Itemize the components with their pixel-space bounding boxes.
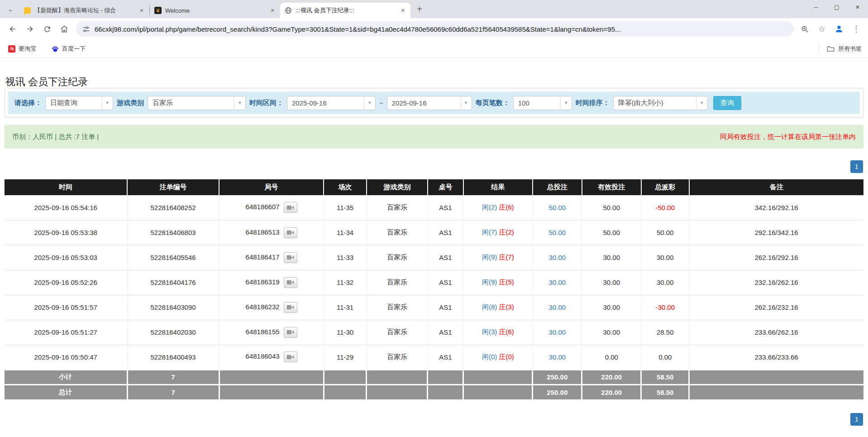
cell-session: 11-34 (324, 220, 367, 245)
tab-welcome[interactable]: ♛ Welcome ✕ (150, 3, 280, 18)
minimize-button[interactable]: ─ (806, 0, 826, 14)
game-type-select[interactable]: 百家乐 ▼ (148, 96, 246, 110)
forward-button[interactable] (22, 21, 38, 37)
tab-close-icon[interactable]: ✕ (399, 6, 407, 14)
page-title: 视讯 会员下注纪录 (5, 58, 863, 88)
query-mode-select[interactable]: 日期查询 ▼ (45, 96, 113, 110)
tab-title: :::视讯 会员下注纪录::: (296, 6, 395, 14)
cell-result: 闲(0) 庄(0) (463, 345, 533, 370)
url-text[interactable]: 66cxkj98.com/ipl/portal.php/game/betreco… (95, 25, 621, 33)
currency-summary: 币别：人民币 | 总共 :7 注单 | (12, 133, 99, 141)
cell-session: 11-29 (324, 345, 367, 370)
cell-total-bet[interactable]: 30.00 (533, 345, 582, 370)
cell-round-id: 648186155 (219, 320, 324, 345)
filter-panel: 请选择： 日期查询 ▼ 游戏类别 百家乐 ▼ 时间区间： 2025-09-16 … (5, 88, 863, 118)
cell-bet-id: 522816403090 (127, 295, 219, 320)
bookmark-baidu[interactable]: 百度一下 (50, 43, 87, 55)
cell-payout: -50.00 (641, 195, 689, 220)
result-banker: 庄(5) (499, 278, 514, 286)
cell-total-bet[interactable]: 30.00 (533, 270, 582, 295)
bookmark-taobao[interactable]: 淘 爱淘宝 (6, 43, 38, 55)
pagination-top: 1 (5, 160, 863, 173)
replay-video-icon[interactable] (284, 252, 297, 263)
cell-total-bet[interactable]: 50.00 (533, 195, 582, 220)
col-result: 结果 (463, 179, 533, 195)
bookmarks-bar: 淘 爱淘宝 百度一下 所有书签 (0, 40, 868, 58)
result-player: 闲(2) (482, 203, 497, 211)
all-bookmarks[interactable]: 所有书签 (818, 44, 862, 53)
cell-table-no: AS1 (428, 245, 463, 270)
date-to-value: 2025-09-16 (387, 96, 460, 110)
cell-table-no: AS1 (428, 270, 463, 295)
reload-button[interactable] (39, 21, 55, 37)
replay-video-icon[interactable] (284, 351, 297, 362)
profile-avatar[interactable] (832, 22, 846, 36)
date-to-select[interactable]: 2025-09-16 ▼ (387, 96, 472, 110)
replay-video-icon[interactable] (284, 202, 297, 213)
result-player: 闲(7) (482, 228, 497, 236)
close-button[interactable]: ✕ (847, 0, 868, 14)
date-from-select[interactable]: 2025-09-16 ▼ (287, 96, 376, 110)
tab-forum[interactable]: 【新提醒】海燕策略论坛 - 综合 ✕ (19, 3, 149, 18)
site-settings-icon[interactable] (82, 25, 90, 33)
back-button[interactable] (5, 21, 21, 37)
maximize-button[interactable]: ▢ (826, 0, 847, 14)
cell-total-bet[interactable]: 30.00 (533, 295, 582, 320)
cell-total-bet[interactable]: 30.00 (533, 245, 582, 270)
cell-valid-bet: 0.00 (582, 345, 641, 370)
cell-total-bet[interactable]: 30.00 (533, 320, 582, 345)
new-tab-button[interactable]: + (413, 3, 426, 15)
replay-video-icon[interactable] (284, 227, 297, 238)
page-1-button[interactable]: 1 (850, 413, 863, 426)
address-bar[interactable]: 66cxkj98.com/ipl/portal.php/game/betreco… (76, 21, 794, 37)
cell-payout: 28.50 (641, 320, 689, 345)
round-id-value: 648186232 (246, 303, 280, 310)
col-round-id: 局号 (219, 179, 324, 195)
total-label: 总计 (5, 384, 127, 399)
subtotal-count: 7 (127, 370, 219, 384)
folder-icon (827, 45, 835, 52)
tab-bet-records[interactable]: :::视讯 会员下注纪录::: ✕ (280, 3, 410, 18)
bookmark-star-icon[interactable]: ☆ (815, 22, 829, 36)
cell-remark: 262.16/232.16 (689, 295, 863, 320)
result-player: 闲(3) (482, 328, 497, 336)
cell-total-bet[interactable]: 50.00 (533, 220, 582, 245)
tab-close-icon[interactable]: ✕ (138, 6, 146, 14)
cell-payout: -30.00 (641, 295, 689, 320)
result-banker: 庄(6) (499, 203, 514, 211)
replay-video-icon[interactable] (284, 302, 297, 313)
browser-menu-icon[interactable]: ⋮ (849, 22, 863, 36)
game-type-value: 百家乐 (148, 96, 234, 110)
cell-game-type: 百家乐 (367, 345, 428, 370)
total-total-bet: 250.00 (533, 384, 582, 399)
cell-session: 11-33 (324, 245, 367, 270)
replay-video-icon[interactable] (284, 327, 297, 338)
cell-result: 闲(3) 庄(6) (463, 320, 533, 345)
tab-close-icon[interactable]: ✕ (268, 6, 277, 14)
tab-search-button[interactable]: ⌄ (4, 2, 17, 16)
tab-title: Welcome (165, 7, 265, 14)
table-row: 2025-09-16 05:50:47 522816400493 6481860… (5, 345, 863, 370)
page-1-button[interactable]: 1 (850, 160, 863, 173)
cell-remark: 233.66/233.66 (689, 345, 863, 370)
zoom-icon[interactable] (797, 22, 812, 36)
cell-bet-id: 522816406803 (127, 220, 219, 245)
round-id-value: 648186155 (246, 327, 280, 335)
sort-select[interactable]: 降幂(由大到小) ▼ (613, 96, 708, 110)
filter-bar: 请选择： 日期查询 ▼ 游戏类别 百家乐 ▼ 时间区间： 2025-09-16 … (8, 91, 860, 114)
round-id-value: 648186319 (246, 278, 280, 285)
cell-valid-bet: 30.00 (582, 295, 641, 320)
home-button[interactable] (56, 21, 72, 37)
cell-remark: 232.16/262.16 (689, 270, 863, 295)
cell-session: 11-31 (324, 295, 367, 320)
per-page-value: 100 (514, 96, 560, 110)
per-page-select[interactable]: 100 ▼ (513, 96, 572, 110)
cell-payout: 0.00 (641, 345, 689, 370)
result-player: 闲(0) (482, 353, 497, 360)
col-payout: 总派彩 (641, 179, 689, 195)
replay-video-icon[interactable] (284, 277, 297, 288)
cell-table-no: AS1 (428, 220, 463, 245)
cell-result: 闲(9) 庄(7) (463, 245, 533, 270)
result-banker: 庄(7) (499, 253, 514, 261)
search-button[interactable]: 查询 (713, 96, 741, 110)
